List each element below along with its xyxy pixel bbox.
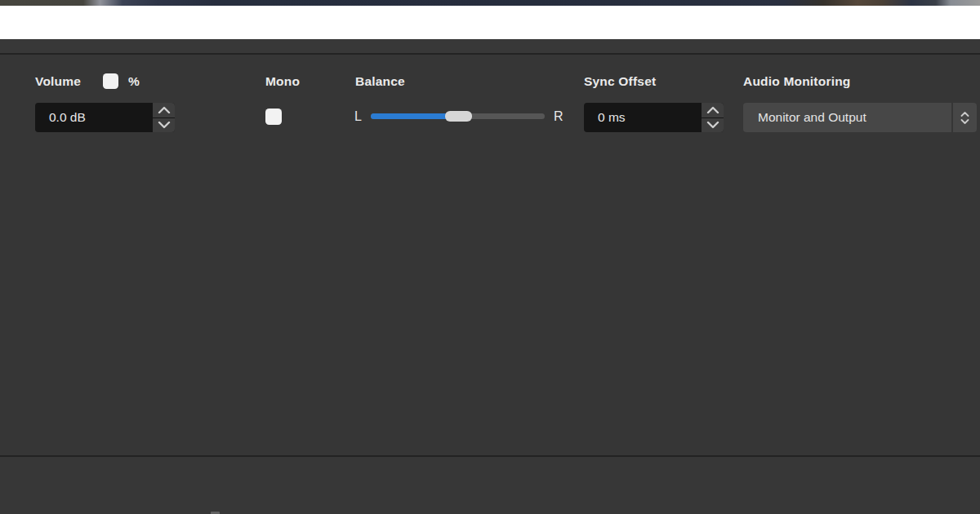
volume-spinbox[interactable]: 0.0 dB <box>35 103 175 132</box>
sync-offset-spinbox[interactable]: 0 ms <box>584 103 724 132</box>
balance-slider[interactable] <box>371 113 545 119</box>
chevron-down-icon <box>960 119 969 124</box>
chevron-up-icon <box>960 112 969 117</box>
audio-monitoring-label: Audio Monitoring <box>743 74 850 89</box>
sync-offset-label: Sync Offset <box>584 74 656 89</box>
audio-monitoring-selected-value: Monitor and Output <box>758 103 866 132</box>
volume-decrease-button[interactable] <box>153 118 175 133</box>
chevron-down-icon <box>158 122 171 129</box>
audio-monitoring-dropdown[interactable]: Monitor and Output <box>743 103 977 132</box>
balance-handle[interactable] <box>445 111 472 122</box>
chevron-down-icon <box>706 122 719 129</box>
panel-footer-strip <box>0 455 980 514</box>
dialog-top-blank-area <box>0 6 980 39</box>
audio-monitoring-dropdown-arrows[interactable] <box>953 103 977 132</box>
sync-offset-decrease-button[interactable] <box>702 118 724 133</box>
balance-label: Balance <box>355 74 405 89</box>
balance-right-label: R <box>554 109 564 124</box>
sync-offset-spin-buttons <box>702 103 724 132</box>
chevron-up-icon <box>706 106 719 113</box>
panel-header-strip <box>0 39 980 55</box>
volume-label: Volume <box>35 74 81 89</box>
volume-percent-label: % <box>128 74 140 89</box>
audio-monitoring-dropdown-field[interactable]: Monitor and Output <box>743 103 951 132</box>
chevron-up-icon <box>158 106 171 113</box>
window-preview-sliver <box>0 0 980 6</box>
volume-increase-button[interactable] <box>153 103 175 117</box>
sync-offset-increase-button[interactable] <box>702 103 724 117</box>
sync-offset-value: 0 ms <box>598 103 626 132</box>
volume-value: 0.0 dB <box>49 103 86 132</box>
mono-checkbox[interactable] <box>265 109 282 125</box>
volume-percent-checkbox[interactable] <box>103 73 118 89</box>
advanced-audio-properties-panel: Volume % 0.0 dB Mono Balance L R Sync Of… <box>0 0 980 514</box>
mono-label: Mono <box>265 74 300 89</box>
balance-fill <box>371 113 448 119</box>
balance-left-label: L <box>354 109 362 124</box>
volume-spin-buttons <box>153 103 175 132</box>
